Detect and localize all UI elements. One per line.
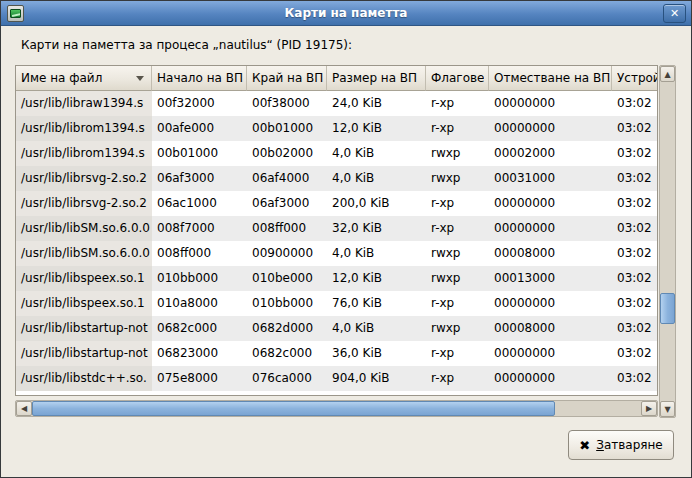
- cell-flags: rwxp: [426, 166, 489, 191]
- cell-vm-end: 00900000: [247, 241, 327, 266]
- cell-vm-offset: 00000000: [489, 116, 612, 141]
- cell-flags: r-xp: [426, 291, 489, 316]
- cell-vm-start: 0682c000: [152, 316, 247, 341]
- table-body: /usr/lib/libraw1394.s 00f32000 00f38000 …: [16, 91, 658, 391]
- cell-vm-start: 00f32000: [152, 91, 247, 116]
- cell-vm-end: 06af3000: [247, 191, 327, 216]
- table-row[interactable]: /usr/lib/libraw1394.s 00f32000 00f38000 …: [16, 91, 658, 116]
- table-row[interactable]: /usr/lib/librom1394.s 00b01000 00b02000 …: [16, 141, 658, 166]
- scroll-up-icon[interactable]: ▲: [660, 66, 675, 82]
- cell-device: 03:02: [612, 366, 658, 391]
- cell-vm-size: 904,0 KiB: [327, 366, 426, 391]
- memory-maps-dialog: Карти на паметта ✕ Карти на паметта за п…: [0, 0, 692, 478]
- cell-device: 03:02: [612, 191, 658, 216]
- cell-device: 03:02: [612, 241, 658, 266]
- cell-vm-size: 12,0 KiB: [327, 266, 426, 291]
- cell-filename: /usr/lib/libSM.so.6.0.0: [16, 241, 152, 266]
- cell-vm-start: 06823000: [152, 341, 247, 366]
- column-header-device[interactable]: Устройство: [612, 66, 658, 91]
- cell-vm-offset: 00008000: [489, 316, 612, 341]
- close-dialog-button[interactable]: ✖ Затваряне: [568, 430, 674, 460]
- cell-vm-size: 4,0 KiB: [327, 241, 426, 266]
- cell-vm-offset: 00000000: [489, 216, 612, 241]
- column-header-filename[interactable]: Име на файл: [16, 66, 152, 91]
- table-row[interactable]: /usr/lib/librsvg-2.so.2 06af3000 06af400…: [16, 166, 658, 191]
- memory-maps-table: Име на файл Начало на ВП Край на ВП Разм…: [15, 65, 658, 396]
- cell-vm-size: 32,0 KiB: [327, 216, 426, 241]
- cell-vm-start: 010bb000: [152, 266, 247, 291]
- cell-vm-start: 00b01000: [152, 141, 247, 166]
- column-header-vm-start[interactable]: Начало на ВП: [152, 66, 247, 91]
- cell-vm-end: 00b01000: [247, 116, 327, 141]
- scroll-down-icon[interactable]: ▼: [660, 401, 675, 417]
- cell-flags: r-xp: [426, 366, 489, 391]
- cell-filename: /usr/lib/librsvg-2.so.2: [16, 191, 152, 216]
- cell-vm-size: 200,0 KiB: [327, 191, 426, 216]
- table-row[interactable]: /usr/lib/libspeex.so.1 010bb000 010be000…: [16, 266, 658, 291]
- cell-flags: rwxp: [426, 141, 489, 166]
- table-row[interactable]: /usr/lib/libSM.so.6.0.0 008ff000 0090000…: [16, 241, 658, 266]
- cell-device: 03:02: [612, 316, 658, 341]
- window-title: Карти на паметта: [1, 6, 691, 20]
- cell-vm-offset: 00000000: [489, 291, 612, 316]
- vertical-scrollbar-thumb[interactable]: [660, 293, 675, 324]
- table-row[interactable]: /usr/lib/libstdc++.so. 075e8000 076ca000…: [16, 366, 658, 391]
- cell-filename: /usr/lib/libraw1394.s: [16, 91, 152, 116]
- cell-filename: /usr/lib/libspeex.so.1: [16, 291, 152, 316]
- titlebar[interactable]: Карти на паметта ✕: [1, 1, 691, 26]
- scroll-right-icon[interactable]: ▶: [641, 401, 657, 416]
- table-row[interactable]: /usr/lib/libstartup-not 0682c000 0682d00…: [16, 316, 658, 341]
- cell-vm-end: 010bb000: [247, 291, 327, 316]
- cell-vm-offset: 00002000: [489, 141, 612, 166]
- cell-vm-offset: 00000000: [489, 341, 612, 366]
- column-header-vm-end[interactable]: Край на ВП: [247, 66, 327, 91]
- cell-filename: /usr/lib/libSM.so.6.0.0: [16, 216, 152, 241]
- cell-device: 03:02: [612, 116, 658, 141]
- cell-vm-end: 0682c000: [247, 341, 327, 366]
- column-header-flags[interactable]: Флагове: [426, 66, 489, 91]
- cell-flags: rwxp: [426, 266, 489, 291]
- horizontal-scrollbar-thumb[interactable]: [32, 401, 555, 416]
- cell-flags: rwxp: [426, 316, 489, 341]
- cell-vm-offset: 00000000: [489, 191, 612, 216]
- cell-filename: /usr/lib/librsvg-2.so.2: [16, 166, 152, 191]
- scroll-left-icon[interactable]: ◀: [16, 401, 32, 416]
- cell-device: 03:02: [612, 141, 658, 166]
- cell-filename: /usr/lib/libstartup-not: [16, 316, 152, 341]
- table-row[interactable]: /usr/lib/libSM.so.6.0.0 008f7000 008ff00…: [16, 216, 658, 241]
- cell-vm-size: 76,0 KiB: [327, 291, 426, 316]
- cell-vm-end: 008ff000: [247, 216, 327, 241]
- cell-vm-size: 4,0 KiB: [327, 141, 426, 166]
- cell-flags: r-xp: [426, 116, 489, 141]
- system-monitor-icon: [7, 5, 24, 22]
- cell-flags: r-xp: [426, 91, 489, 116]
- close-x-icon: ✖: [579, 438, 590, 453]
- cell-vm-start: 010a8000: [152, 291, 247, 316]
- cell-vm-offset: 00013000: [489, 266, 612, 291]
- cell-flags: r-xp: [426, 341, 489, 366]
- cell-device: 03:02: [612, 216, 658, 241]
- cell-vm-start: 075e8000: [152, 366, 247, 391]
- window-close-button[interactable]: ✕: [663, 4, 686, 23]
- table-row[interactable]: /usr/lib/librsvg-2.so.2 06ac1000 06af300…: [16, 191, 658, 216]
- cell-vm-start: 008f7000: [152, 216, 247, 241]
- cell-flags: r-xp: [426, 191, 489, 216]
- cell-vm-offset: 00031000: [489, 166, 612, 191]
- column-header-vm-offset[interactable]: Отместване на ВП: [489, 66, 612, 91]
- table-row[interactable]: /usr/lib/libspeex.so.1 010a8000 010bb000…: [16, 291, 658, 316]
- cell-device: 03:02: [612, 91, 658, 116]
- cell-filename: /usr/lib/libspeex.so.1: [16, 266, 152, 291]
- cell-vm-end: 076ca000: [247, 366, 327, 391]
- sort-descending-icon: [136, 76, 144, 81]
- table-row[interactable]: /usr/lib/libstartup-not 06823000 0682c00…: [16, 341, 658, 366]
- cell-flags: rwxp: [426, 241, 489, 266]
- cell-vm-size: 4,0 KiB: [327, 166, 426, 191]
- horizontal-scrollbar[interactable]: ◀ ▶: [15, 400, 658, 417]
- cell-device: 03:02: [612, 266, 658, 291]
- column-header-vm-size[interactable]: Размер на ВП: [327, 66, 426, 91]
- table-header-row: Име на файл Начало на ВП Край на ВП Разм…: [16, 66, 658, 91]
- table-row[interactable]: /usr/lib/librom1394.s 00afe000 00b01000 …: [16, 116, 658, 141]
- vertical-scrollbar[interactable]: ▲ ▼: [659, 65, 676, 418]
- cell-vm-end: 00f38000: [247, 91, 327, 116]
- cell-vm-size: 4,0 KiB: [327, 316, 426, 341]
